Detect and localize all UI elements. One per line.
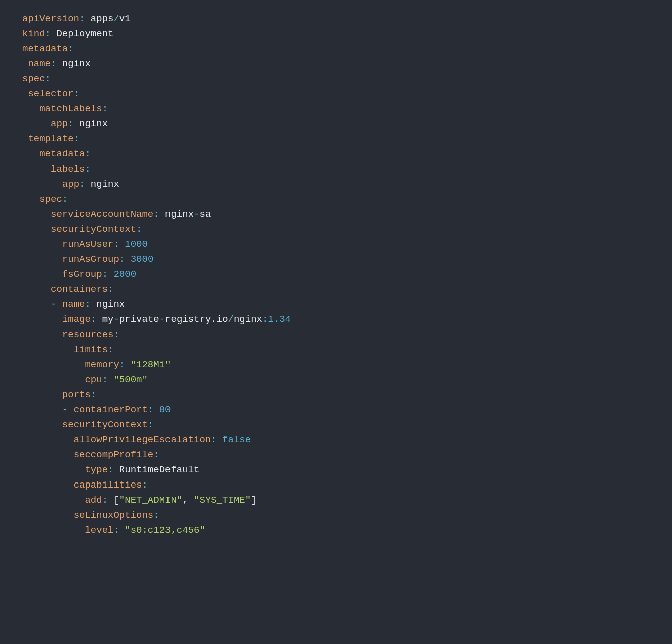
line: name: nginx <box>22 58 91 69</box>
colon: : <box>136 224 142 235</box>
key-runAsGroup: runAsGroup <box>62 254 119 265</box>
val-container-name: nginx <box>96 299 125 310</box>
line: memory: "128Mi" <box>22 359 171 370</box>
dash: - <box>194 209 199 220</box>
line: spec: <box>22 194 68 205</box>
colon: : <box>102 103 108 114</box>
key-level: level <box>85 525 113 536</box>
colon: : <box>119 359 125 370</box>
colon: : <box>45 28 51 39</box>
key-labels: labels <box>51 164 85 175</box>
colon: : <box>85 148 90 159</box>
val-nginx: nginx <box>79 118 108 129</box>
colon: : <box>113 525 119 536</box>
key-apiVersion: apiVersion <box>22 13 79 24</box>
line: capabilities: <box>22 479 148 491</box>
val-nginx: nginx <box>165 209 194 220</box>
colon: : <box>142 479 147 491</box>
colon: : <box>108 344 113 355</box>
yaml-code-block: apiVersion: apps/v1 kind: Deployment met… <box>0 0 672 538</box>
colon: : <box>148 419 153 430</box>
dash: - <box>113 314 119 325</box>
colon: : <box>51 58 56 69</box>
key-metadata: metadata <box>39 148 85 159</box>
val-image-registry: registry.io <box>165 314 228 325</box>
val-false: false <box>222 434 251 445</box>
val-runtime-default: RuntimeDefault <box>119 464 200 475</box>
val-selinux-level: "s0:c123,c456" <box>125 525 205 536</box>
line: template: <box>22 133 79 144</box>
line: limits: <box>22 344 113 355</box>
line: containers: <box>22 284 113 295</box>
line: app: nginx <box>22 179 119 190</box>
key-template: template <box>28 133 73 144</box>
val-cpu: "500m" <box>113 374 147 385</box>
colon: : <box>91 314 96 325</box>
dash-bullet: - <box>51 299 56 310</box>
val-sa: sa <box>199 209 211 220</box>
key-add: add <box>85 495 102 506</box>
line: app: nginx <box>22 118 108 129</box>
key-ports: ports <box>62 389 91 400</box>
dash: - <box>159 314 165 325</box>
val-containerPort: 80 <box>159 404 171 415</box>
colon: : <box>119 254 125 265</box>
val-runAsUser: 1000 <box>125 239 148 250</box>
val-net-admin: "NET_ADMIN" <box>119 495 182 506</box>
val-runAsGroup: 3000 <box>131 254 154 265</box>
colon: : <box>74 133 79 144</box>
line: cpu: "500m" <box>22 374 148 385</box>
val-image-my: my <box>102 314 114 325</box>
slash: / <box>228 314 234 325</box>
line: selector: <box>22 88 79 99</box>
line: securityContext: <box>22 419 153 430</box>
colon: : <box>79 13 85 24</box>
line: add: ["NET_ADMIN", "SYS_TIME"] <box>22 495 257 506</box>
line: - containerPort: 80 <box>22 404 171 415</box>
key-capabilities: capabilities <box>74 479 142 491</box>
bracket-open: [ <box>113 495 119 506</box>
key-app: app <box>62 179 79 190</box>
colon: : <box>62 194 68 205</box>
colon: : <box>91 389 96 400</box>
colon: : <box>108 284 113 295</box>
key-seLinuxOptions: seLinuxOptions <box>74 510 154 521</box>
line: allowPrivilegeEscalation: false <box>22 434 251 445</box>
comma: , <box>182 495 194 506</box>
colon: : <box>113 239 119 250</box>
colon: : <box>153 449 159 460</box>
line: image: my-private-registry.io/nginx:1.34 <box>22 314 291 325</box>
colon: : <box>102 374 108 385</box>
key-allowPrivilegeEscalation: allowPrivilegeEscalation <box>74 434 211 445</box>
key-memory: memory <box>85 359 119 370</box>
key-metadata: metadata <box>22 43 68 54</box>
val-nginx: nginx <box>62 58 91 69</box>
key-spec: spec <box>39 194 62 205</box>
key-matchLabels: matchLabels <box>39 103 102 114</box>
val-v1: v1 <box>119 13 131 24</box>
key-image: image <box>62 314 91 325</box>
val-image-nginx: nginx <box>234 314 262 325</box>
val-nginx: nginx <box>91 179 119 190</box>
colon: : <box>102 495 108 506</box>
key-securityContext: securityContext <box>62 419 148 430</box>
colon: : <box>74 88 79 99</box>
val-sys-time: "SYS_TIME" <box>194 495 251 506</box>
key-seccompProfile: seccompProfile <box>74 449 154 460</box>
dash-bullet: - <box>62 404 68 415</box>
line: spec: <box>22 73 51 84</box>
colon: : <box>79 179 85 190</box>
colon: : <box>113 329 119 340</box>
key-securityContext: securityContext <box>51 224 136 235</box>
val-memory: "128Mi" <box>131 359 171 370</box>
key-app: app <box>51 118 68 129</box>
bracket-close: ] <box>251 495 256 506</box>
line: fsGroup: 2000 <box>22 269 136 280</box>
line: metadata: <box>22 148 91 159</box>
key-containers: containers <box>51 284 108 295</box>
line: level: "s0:c123,c456" <box>22 525 205 536</box>
line: matchLabels: <box>22 103 108 114</box>
colon: : <box>85 299 90 310</box>
val-image-tag: 1.34 <box>268 314 291 325</box>
colon: : <box>45 73 51 84</box>
